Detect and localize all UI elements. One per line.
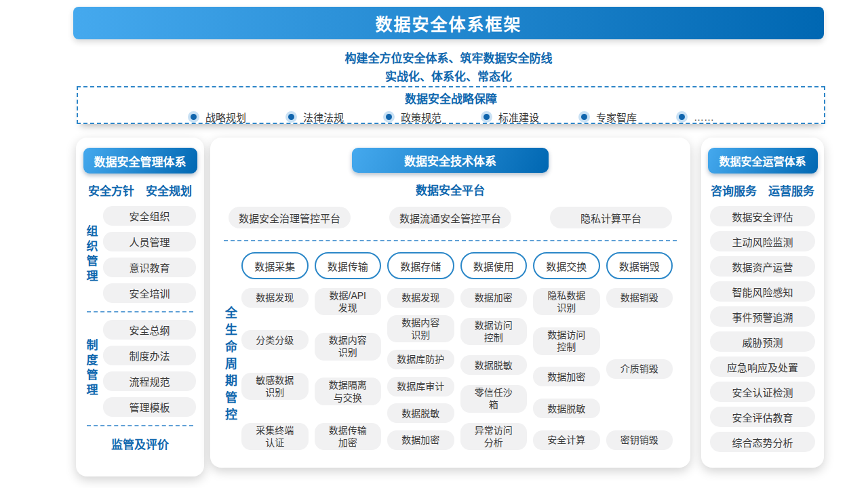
stage-item-list: 数据加密 数据访问 控制 数据脱敏 零信任沙 箱 异常访问 分析 bbox=[460, 288, 528, 450]
stage-item: 数据隔离 与交换 bbox=[315, 378, 382, 405]
stage-column-exchange: 数据交换 隐私数据 识别 数据访问 控制 数据加密 数据脱敏 安全计算 bbox=[533, 252, 600, 450]
technology-card-header: 数据安全技术体系 bbox=[352, 148, 549, 173]
stage-item: 数据加密 bbox=[387, 430, 454, 450]
operation-item: 应急响应及处置 bbox=[710, 357, 815, 377]
strategy-item: …… bbox=[676, 110, 714, 124]
stage-item-list: 数据/API 发现 数据内容 识别 数据隔离 与交换 数据传输 加密 bbox=[315, 288, 382, 450]
framework-diagram: 数据安全体系框架 构建全方位安全体系、筑牢数据安全防线 实战化、体系化、常态化 … bbox=[0, 0, 868, 488]
stage-item: 数据内容 识别 bbox=[315, 333, 382, 360]
stage-item: 数据访问 控制 bbox=[460, 318, 528, 345]
stage-item: 数据访问 控制 bbox=[533, 327, 600, 354]
group-label-vertical: 制度管理 bbox=[81, 320, 100, 417]
bullet-icon bbox=[383, 111, 395, 123]
stage-item: 分类分级 bbox=[241, 330, 309, 350]
dashed-divider bbox=[87, 425, 193, 426]
management-system-card: 数据安全管理体系 安全方针 安全规划 组织管理 安全组织 人员管理 意识教育 安… bbox=[76, 138, 204, 476]
stage-column-destroy: 数据销毁 数据销毁 介质销毁 密钥销毁 bbox=[606, 252, 673, 450]
stage-item-list: 数据销毁 介质销毁 密钥销毁 bbox=[606, 288, 673, 450]
stage-item-list: 隐私数据 识别 数据访问 控制 数据加密 数据脱敏 安全计算 bbox=[533, 288, 600, 450]
strategy-item-label: 政策规范 bbox=[401, 110, 441, 124]
stage-column-usage: 数据使用 数据加密 数据访问 控制 数据脱敏 零信任沙 箱 异常访问 分析 bbox=[460, 252, 528, 450]
bullet-icon bbox=[285, 111, 297, 123]
strategy-item-label: 法律法规 bbox=[303, 110, 344, 124]
operation-item: 智能风险感知 bbox=[710, 281, 815, 302]
stage-column-collect: 数据采集 数据发现 分类分级 敏感数据 识别 采集终端 认证 bbox=[241, 252, 309, 450]
stage-pill: 数据传输 bbox=[315, 252, 382, 279]
bullet-icon bbox=[188, 111, 199, 123]
subtitle-line-1: 构建全方位安全体系、筑牢数据安全防线 bbox=[73, 49, 824, 66]
lifecycle-section: 全生命周期管控 数据采集 数据发现 分类分级 敏感数据 识别 采集终端 认证 数… bbox=[218, 252, 673, 450]
operation-card-header: 数据安全运营体系 bbox=[708, 148, 818, 174]
management-item: 安全总纲 bbox=[103, 320, 196, 340]
stage-item: 安全计算 bbox=[533, 430, 600, 450]
platform-pill-row: 数据安全治理管控平台 数据流通安全管控平台 隐私计算平台 bbox=[229, 207, 672, 228]
stage-item: 数据脱敏 bbox=[460, 355, 528, 375]
management-card-header: 数据安全管理体系 bbox=[83, 148, 197, 174]
stage-item: 数据传输 加密 bbox=[315, 423, 382, 450]
bullet-icon bbox=[676, 111, 688, 123]
operation-item: 数据安全评估 bbox=[710, 206, 815, 226]
strategy-panel: 数据安全战略保障 战略规划 法律法规 政策规范 标准建设 专家智库 bbox=[77, 86, 825, 124]
operation-item: 数据资产运营 bbox=[710, 256, 815, 277]
stage-item: 采集终端 认证 bbox=[241, 423, 309, 450]
banner-title-bar: 数据安全体系框架 bbox=[73, 7, 824, 39]
stage-item-list: 数据发现 分类分级 敏感数据 识别 采集终端 认证 bbox=[241, 288, 309, 450]
stage-item: 敏感数据 识别 bbox=[241, 373, 309, 400]
management-item: 制度办法 bbox=[103, 346, 196, 365]
group-label-vertical: 组织管理 bbox=[81, 206, 100, 303]
stage-item: 数据库防护 bbox=[387, 350, 454, 369]
strategy-item: 战略规划 bbox=[188, 110, 246, 124]
management-title: 数据安全管理体系 bbox=[94, 152, 186, 169]
stage-pill: 数据交换 bbox=[533, 252, 600, 279]
subtitle-line-2: 实战化、体系化、常态化 bbox=[73, 67, 824, 84]
management-footer: 监管及评价 bbox=[76, 435, 204, 452]
dashed-divider bbox=[224, 240, 677, 241]
management-item: 意识教育 bbox=[103, 258, 196, 277]
operation-pill-list: 数据安全评估 主动风险监测 数据资产运营 智能风险感知 事件预警追溯 威胁预测 … bbox=[710, 206, 815, 452]
operation-item: 安全认证检测 bbox=[710, 382, 815, 402]
operation-item: 综合态势分析 bbox=[710, 432, 815, 452]
management-item: 安全组织 bbox=[103, 206, 196, 226]
management-item: 安全培训 bbox=[103, 283, 196, 303]
management-subtitle: 安全方针 安全规划 bbox=[76, 182, 204, 199]
stage-item: 隐私数据 识别 bbox=[533, 288, 600, 315]
lifecycle-label-vertical: 全生命周期管控 bbox=[218, 285, 241, 446]
stage-item: 数据加密 bbox=[460, 288, 528, 308]
stage-item: 数据内容 识别 bbox=[387, 315, 454, 342]
operation-item: 威胁预测 bbox=[710, 331, 815, 352]
stage-item: 数据销毁 bbox=[606, 288, 673, 308]
stage-item: 数据脱敏 bbox=[533, 399, 600, 418]
stage-column-storage: 数据存储 数据发现 数据内容 识别 数据库防护 数据库审计 数据脱敏 数据加密 bbox=[387, 252, 454, 450]
bullet-icon bbox=[481, 111, 492, 123]
stage-item: 数据加密 bbox=[533, 367, 600, 386]
stage-item: 数据发现 bbox=[241, 288, 309, 308]
operation-item: 安全评估教育 bbox=[710, 407, 815, 427]
stage-item: 数据/API 发现 bbox=[315, 288, 382, 315]
operation-item: 事件预警追溯 bbox=[710, 306, 815, 327]
lifecycle-columns: 数据采集 数据发现 分类分级 敏感数据 识别 采集终端 认证 数据传输 数据/A… bbox=[241, 252, 673, 450]
stage-item: 零信任沙 箱 bbox=[460, 385, 528, 412]
management-group-policy: 制度管理 安全总纲 制度办法 流程规范 管理模板 bbox=[81, 320, 196, 417]
group-pill-list: 安全总纲 制度办法 流程规范 管理模板 bbox=[103, 320, 196, 417]
stage-column-transfer: 数据传输 数据/API 发现 数据内容 识别 数据隔离 与交换 数据传输 加密 bbox=[315, 252, 382, 450]
operation-item: 主动风险监测 bbox=[710, 231, 815, 251]
strategy-item-label: 专家智库 bbox=[596, 110, 637, 124]
platform-pill: 数据流通安全管控平台 bbox=[389, 207, 511, 228]
bullet-icon bbox=[578, 111, 590, 123]
platform-pill: 隐私计算平台 bbox=[550, 207, 672, 228]
management-item: 流程规范 bbox=[103, 371, 196, 391]
page-title: 数据安全体系框架 bbox=[375, 11, 521, 35]
operation-title: 数据安全运营体系 bbox=[719, 152, 806, 169]
stage-pill: 数据采集 bbox=[241, 252, 309, 279]
operation-system-card: 数据安全运营体系 咨询服务 运营服务 数据安全评估 主动风险监测 数据资产运营 … bbox=[701, 138, 824, 468]
stage-item: 数据脱敏 bbox=[387, 403, 454, 423]
stage-item: 数据库审计 bbox=[387, 377, 454, 396]
stage-item: 异常访问 分析 bbox=[460, 423, 528, 450]
stage-pill: 数据存储 bbox=[387, 252, 454, 279]
dashed-divider bbox=[87, 311, 193, 312]
stage-item-list: 数据发现 数据内容 识别 数据库防护 数据库审计 数据脱敏 数据加密 bbox=[387, 288, 454, 450]
operation-subtitle: 咨询服务 运营服务 bbox=[701, 182, 824, 199]
management-item: 人员管理 bbox=[103, 232, 196, 251]
stage-pill: 数据使用 bbox=[460, 252, 528, 279]
strategy-items-row: 战略规划 法律法规 政策规范 标准建设 专家智库 …… bbox=[78, 110, 824, 124]
